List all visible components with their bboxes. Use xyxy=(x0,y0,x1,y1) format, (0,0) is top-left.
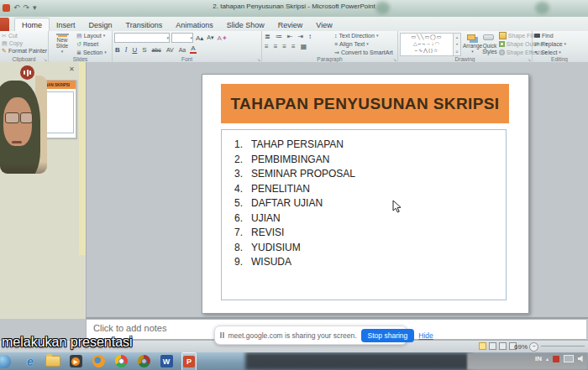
reset-button[interactable]: ↺Reset xyxy=(76,40,107,48)
slide-list-item[interactable]: 9. WISUDA xyxy=(229,255,506,270)
shapes-gallery-scrollbar[interactable]: ▴ ▾ ≣ xyxy=(454,33,461,56)
list-item-number: 9. xyxy=(229,255,251,270)
taskbar-chrome-2[interactable] xyxy=(136,354,151,369)
ribbon-tab[interactable]: View xyxy=(309,18,339,31)
shapes-row-icons[interactable]: ▭╲╲▭◯▭ xyxy=(401,34,453,40)
columns-button[interactable]: ▦ xyxy=(300,43,308,50)
slide-list-item[interactable]: 4. PENELITIAN xyxy=(229,182,506,197)
slide-sorter-view-icon[interactable] xyxy=(489,342,496,350)
strikethrough-button[interactable]: abc xyxy=(151,47,162,53)
shapes-gallery[interactable]: ▭╲╲▭◯▭ △⌐¬→↓◠ ~∿⋀{}☆ xyxy=(400,33,454,56)
bullets-button[interactable]: ≣ xyxy=(264,33,271,40)
cut-button[interactable]: ✂Cut xyxy=(2,32,46,39)
ribbon-tab[interactable]: Animations xyxy=(169,18,220,31)
slide-list-item[interactable]: 2. PEMBIMBINGAN xyxy=(229,153,506,168)
taskbar-chrome[interactable] xyxy=(113,354,129,369)
zoom-slider[interactable] xyxy=(541,346,585,347)
align-right-button[interactable]: ≡ xyxy=(281,43,287,50)
speaker-icon[interactable] xyxy=(578,356,585,362)
font-name-combobox[interactable]: ▾ xyxy=(114,33,170,43)
taskbar-powerpoint-active[interactable]: P xyxy=(181,354,197,369)
zoom-out-button[interactable]: − xyxy=(529,342,538,352)
slide-list-item[interactable]: 5. DAFTAR UJIAN xyxy=(229,196,506,211)
network-display-icon[interactable] xyxy=(564,355,574,362)
underline-button[interactable]: U xyxy=(131,46,138,54)
slides-panel-scroll-strip[interactable] xyxy=(79,62,86,255)
text-direction-button[interactable]: ↕Text Direction▾ xyxy=(334,32,393,39)
scroll-down-icon[interactable]: ▾ xyxy=(456,42,458,46)
character-spacing-button[interactable]: AV xyxy=(165,47,175,53)
font-group-label: Font xyxy=(113,56,261,62)
shapes-row-icons[interactable]: △⌐¬→↓◠ xyxy=(401,40,453,47)
slide-title-box[interactable]: TAHAPAN PENYUSUNAN SKRIPSI xyxy=(221,84,509,123)
format-painter-icon: ✎ xyxy=(2,47,7,55)
taskbar-word[interactable]: W xyxy=(159,354,174,369)
show-hidden-icons-icon[interactable]: ▴ xyxy=(546,356,549,362)
format-painter-button[interactable]: ✎Format Painter xyxy=(2,47,46,55)
bold-button[interactable]: B xyxy=(114,46,121,54)
slide-list-item[interactable]: 1. TAHAP PERSIAPAN xyxy=(229,138,506,153)
hide-link[interactable]: Hide xyxy=(418,331,433,340)
align-text-button[interactable]: ≡Align Text▾ xyxy=(334,40,393,48)
shapes-row-icons[interactable]: ~∿⋀{}☆ xyxy=(401,47,453,54)
change-case-button[interactable]: Aa xyxy=(178,47,187,53)
ribbon-tab[interactable]: Design xyxy=(82,18,119,31)
start-orb-partial[interactable] xyxy=(0,354,15,369)
font-color-button[interactable]: A xyxy=(190,45,196,54)
shrink-font-button[interactable]: A▾ xyxy=(206,34,214,41)
decrease-indent-button[interactable]: ⇤ xyxy=(286,33,294,40)
language-indicator[interactable]: IN xyxy=(535,355,542,362)
align-left-button[interactable]: ≡ xyxy=(264,43,270,50)
convert-smartart-button[interactable]: ⇒Convert to SmartArt xyxy=(334,49,393,56)
taskbar-firefox[interactable] xyxy=(91,354,106,369)
grow-font-button[interactable]: A▴ xyxy=(195,34,204,42)
clear-formatting-button[interactable]: A✦ xyxy=(217,34,228,42)
ribbon-tab[interactable]: Slide Show xyxy=(220,18,271,31)
select-button[interactable]: ↖Select▾ xyxy=(534,49,585,56)
slides-panel-close-icon[interactable]: ✕ xyxy=(69,65,75,73)
gallery-more-icon[interactable]: ≣ xyxy=(455,50,458,54)
layout-button[interactable]: ▤Layout▾ xyxy=(76,32,107,39)
section-button[interactable]: ≣Section▾ xyxy=(76,49,107,56)
scroll-up-icon[interactable]: ▴ xyxy=(456,35,458,39)
ribbon-group-drawing: ▭╲╲▭◯▭ △⌐¬→↓◠ ~∿⋀{}☆ ▴ ▾ ≣ Arrange▾ Quic… xyxy=(398,31,533,62)
copy-button[interactable]: ▤Copy xyxy=(2,39,46,47)
italic-button[interactable]: I xyxy=(124,46,129,54)
taskbar-blur-dark xyxy=(245,352,472,370)
normal-view-icon[interactable] xyxy=(479,342,486,350)
taskbar-media-player[interactable]: ▶ xyxy=(68,354,83,369)
stop-sharing-button[interactable]: Stop sharing xyxy=(361,329,415,342)
line-spacing-button[interactable]: ↕ xyxy=(307,33,312,40)
taskbar-internet-explorer[interactable]: e xyxy=(23,354,38,369)
increase-indent-button[interactable]: ⇥ xyxy=(297,33,304,40)
new-slide-button[interactable]: New Slide▾ xyxy=(50,32,74,55)
slide-list-box[interactable]: 1. TAHAP PERSIAPAN 2. PEMBIMBINGAN 3. SE… xyxy=(221,129,507,300)
align-text-dropdown-icon: ▾ xyxy=(366,40,369,48)
quick-styles-button[interactable]: Quick Styles xyxy=(482,32,497,55)
ribbon-tab[interactable]: Review xyxy=(271,18,310,31)
text-shadow-button[interactable]: S xyxy=(141,46,147,54)
slide-list-item[interactable]: 8. YUDISIUM xyxy=(229,241,506,256)
reading-view-icon[interactable] xyxy=(499,342,507,350)
ribbon-tab[interactable]: Home xyxy=(14,18,50,31)
zoom-level[interactable]: 69% xyxy=(514,343,528,351)
file-tab[interactable] xyxy=(0,18,9,31)
slide-canvas[interactable]: TAHAPAN PENYUSUNAN SKRIPSI 1. TAHAP PERS… xyxy=(202,74,529,314)
find-icon xyxy=(534,34,540,38)
justify-button[interactable]: ≡ xyxy=(291,43,297,50)
slide-list-item[interactable]: 7. REVISI xyxy=(229,226,506,241)
webcam-video-overlay[interactable] xyxy=(0,76,47,174)
align-center-button[interactable]: ≡ xyxy=(273,43,279,50)
ribbon-tab[interactable]: Transitions xyxy=(119,18,170,31)
numbering-button[interactable]: ≔ xyxy=(275,33,283,40)
taskbar-file-explorer[interactable] xyxy=(45,354,60,369)
font-size-combobox[interactable]: ▾ xyxy=(171,33,193,43)
titlebar[interactable]: ↶ ↷ ▾ 2. tahapan Penyusunan Skripsi - Mi… xyxy=(0,0,588,18)
find-button[interactable]: Find xyxy=(534,32,585,39)
slide-list-item[interactable]: 3. SEMINAR PROPOSAL xyxy=(229,167,506,182)
slide-list-item[interactable]: 6. UJIAN xyxy=(229,211,506,227)
ribbon-tab[interactable]: Insert xyxy=(50,18,82,31)
arrange-button[interactable]: Arrange▾ xyxy=(463,32,482,55)
tray-app-icon[interactable] xyxy=(553,356,559,362)
replace-button[interactable]: ⇄Replace▾ xyxy=(534,40,585,48)
